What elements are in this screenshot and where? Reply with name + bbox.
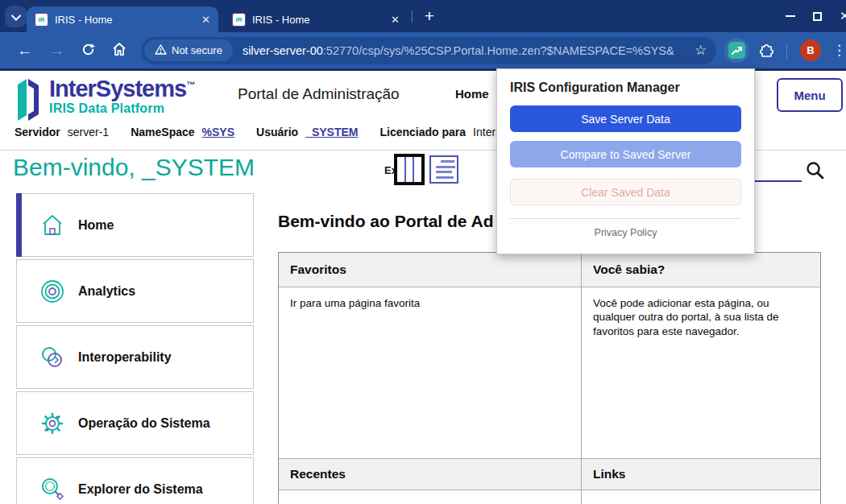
sidebar-item-label: Explorer do Sistema [78,482,203,497]
iris-extension-button[interactable] [724,38,749,63]
forward-icon[interactable]: → [49,43,64,58]
tab-bar: IR IRIS - Home ✕ IR IRIS - Home ✕ + ✕ [0,0,846,32]
url-text: silver-server-00:52770/csp/sys/%25CSP.Po… [243,44,688,57]
list-view-icon[interactable] [429,155,458,184]
links-body [582,490,820,504]
address-bar[interactable]: Not secure silver-server-00:52770/csp/sy… [141,37,716,64]
reload-icon[interactable] [81,43,95,59]
tab-inactive[interactable]: IR IRIS - Home ✕ [224,6,408,32]
tab-close-icon[interactable]: ✕ [391,14,400,26]
popup-divider [510,218,741,219]
namespace-link[interactable]: %SYS [202,126,234,138]
system-explorer-icon [38,475,67,504]
home-icon [38,211,67,240]
namespace-label: NameSpace [131,126,194,138]
links-header: Links [582,459,820,490]
bookmark-star-icon[interactable]: ☆ [695,42,707,59]
back-icon[interactable]: ← [17,43,32,58]
recent-header: Recentes [279,459,581,490]
browser-window: IR IRIS - Home ✕ IR IRIS - Home ✕ + ✕ ← … [0,0,846,504]
warning-triangle-icon [155,44,167,57]
iris-favicon: IR [232,13,246,27]
servidor-label: Servidor [15,126,60,138]
extensions-puzzle-icon[interactable] [758,40,775,60]
iris-extension-icon [728,42,745,59]
usuario-label: Usuário [256,126,298,138]
nav-home-link[interactable]: Home [455,87,489,101]
sidebar-item-analytics[interactable]: Analytics [16,259,254,323]
tab-separator [412,10,413,23]
usuario-link[interactable]: _SYSTEM [305,126,358,138]
browser-menu-icon[interactable]: ⋮ [832,42,846,59]
didyouknow-header: Você sabia? [582,253,820,287]
compare-to-saved-server-button[interactable]: Compare to Saved Server [510,141,741,167]
servidor-value: server-1 [68,126,109,138]
new-tab-button[interactable]: + [418,5,441,27]
intersystems-logo-mark [15,77,44,126]
tab-search-button[interactable] [5,6,27,27]
home-widgets-table: Favoritos Você sabia? Ir para uma página… [278,252,821,504]
system-operation-icon [38,409,67,438]
recent-body [279,490,581,504]
save-server-data-button[interactable]: Save Server Data [510,105,741,132]
window-controls: ✕ [786,0,846,32]
toolbar-separator [786,43,787,59]
popup-title: IRIS Configuration Manager [510,81,741,95]
chevron-down-icon [11,10,21,24]
sidebar-item-system-operation[interactable]: Operação do Sistema [16,391,254,455]
analytics-icon [38,277,67,306]
url-path: :52770/csp/sys/%25CSP.Portal.Home.zen?$N… [323,44,674,57]
home-icon[interactable] [112,42,126,59]
extension-popup: IRIS Configuration Manager Save Server D… [496,68,755,254]
tab-title: IRIS - Home [252,14,384,26]
iris-favicon: IR [35,13,48,27]
favorites-body[interactable]: Ir para uma página favorita [279,287,581,458]
columns-view-icon[interactable] [394,154,425,185]
sidebar-item-label: Analytics [78,284,135,299]
brand-name: InterSystems™ [49,77,195,101]
not-secure-badge[interactable]: Not secure [144,39,233,61]
minimize-icon[interactable] [786,15,795,17]
interoperability-icon [38,343,67,372]
clear-saved-data-button[interactable]: Clear Saved Data [510,179,741,205]
welcome-heading: Bem-vindo, _SYSTEM [13,154,255,181]
page-title: Bem-vindo ao Portal de Ad [278,212,494,231]
not-secure-label: Not secure [172,44,222,56]
sidebar-item-interoperability[interactable]: Interoperability [16,325,254,389]
didyouknow-body: Você pode adicionar esta página, ou qual… [582,287,820,458]
privacy-policy-link[interactable]: Privacy Policy [497,227,754,238]
maximize-icon[interactable] [813,12,822,21]
search-icon[interactable] [805,160,825,184]
tab-active[interactable]: IR IRIS - Home ✕ [27,6,218,32]
sidebar-item-system-explorer[interactable]: Explorer do Sistema [16,457,254,504]
server-info-row: Servidor server-1 NameSpace %SYS Usuário… [15,126,524,138]
browser-toolbar: ← → Not secure silver-server-00:52770/cs… [0,32,846,68]
tab-title: IRIS - Home [55,14,195,26]
product-name: IRIS Data Platform [49,101,195,116]
sidebar-item-label: Operação do Sistema [78,416,210,431]
sidebar: Home Analytics Interoperability Operação… [16,193,254,504]
licenciado-label: Licenciado para [380,126,467,138]
sidebar-item-label: Home [78,218,114,233]
trademark: ™ [186,80,195,89]
sidebar-item-home[interactable]: Home [16,193,254,257]
favorites-header: Favoritos [279,253,581,287]
portal-title: Portal de Administração [238,85,400,103]
url-host: silver-server-00 [243,44,323,57]
intersystems-logo: InterSystems™ IRIS Data Platform [15,77,195,126]
tab-close-icon[interactable]: ✕ [201,14,210,26]
close-icon[interactable]: ✕ [840,9,846,23]
menu-button[interactable]: Menu [777,78,843,112]
active-indicator [16,193,22,257]
profile-avatar[interactable]: B [800,39,821,61]
sidebar-item-label: Interoperability [78,350,172,365]
